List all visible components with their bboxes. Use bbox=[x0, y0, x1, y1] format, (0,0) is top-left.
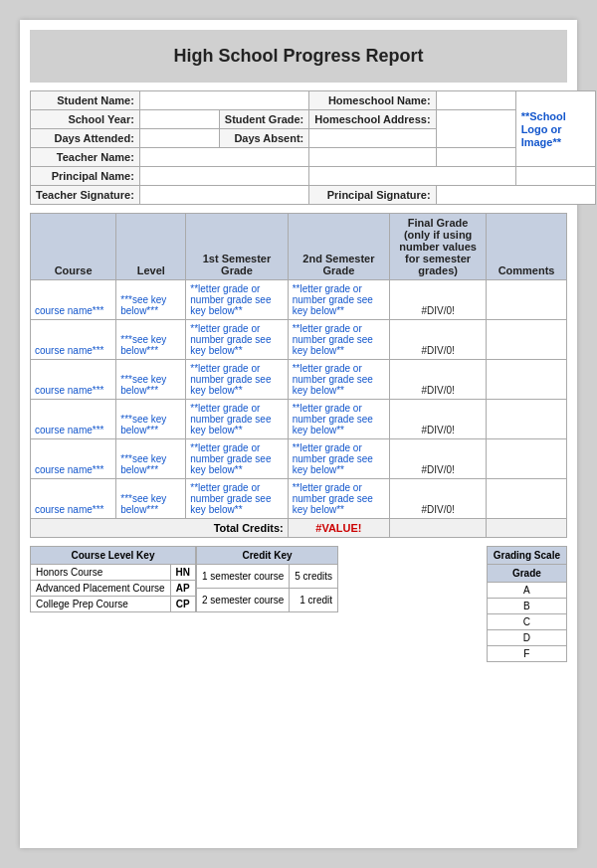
sem2-header: 2nd Semester Grade bbox=[288, 214, 389, 280]
credit-key-desc: 1 semester course bbox=[196, 565, 289, 589]
grading-scale-row: C bbox=[487, 614, 566, 630]
comments-cell bbox=[487, 280, 567, 320]
level-cell: ***see key below*** bbox=[116, 360, 186, 400]
empty-cell-3 bbox=[309, 167, 515, 186]
empty-cell-2 bbox=[436, 148, 515, 167]
grade-value: F bbox=[487, 646, 566, 662]
grade-row: course name*** ***see key below*** **let… bbox=[31, 360, 567, 400]
homeschool-address-label: Homeschool Address: bbox=[309, 110, 436, 129]
principal-name-value[interactable] bbox=[139, 167, 308, 186]
grading-scale-header: Grading Scale bbox=[487, 547, 566, 565]
sem2-cell: **letter grade or number grade see key b… bbox=[288, 400, 389, 439]
grade-value: C bbox=[487, 614, 566, 630]
grade-value: B bbox=[487, 599, 566, 614]
principal-name-label: Principal Name: bbox=[31, 167, 140, 186]
student-name-value[interactable] bbox=[139, 91, 308, 110]
grading-scale-row: B bbox=[487, 599, 566, 614]
grade-value: A bbox=[487, 583, 566, 599]
level-key-abbr: HN bbox=[170, 565, 195, 581]
credit-key-value: 1 credit bbox=[290, 589, 338, 612]
sem2-cell: **letter grade or number grade see key b… bbox=[288, 479, 389, 519]
comments-cell bbox=[487, 479, 567, 519]
credit-key-row: 1 semester course 5 credits bbox=[196, 565, 337, 589]
bottom-section: Course Level Key Honors Course HN Advanc… bbox=[30, 546, 567, 662]
teacher-sig-value[interactable] bbox=[139, 186, 308, 205]
sem1-cell: **letter grade or number grade see key b… bbox=[186, 439, 288, 479]
grade-row: course name*** ***see key below*** **let… bbox=[31, 400, 567, 439]
principal-sig-label: Principal Signature: bbox=[309, 186, 436, 205]
sem1-cell: **letter grade or number grade see key b… bbox=[186, 479, 288, 519]
sem1-cell: **letter grade or number grade see key b… bbox=[186, 320, 288, 360]
homeschool-address-value[interactable] bbox=[436, 110, 515, 148]
level-key-table: Course Level Key Honors Course HN Advanc… bbox=[30, 546, 196, 612]
sem1-header: 1st Semester Grade bbox=[186, 214, 288, 280]
total-empty-2 bbox=[487, 519, 567, 538]
page: High School Progress Report Student Name… bbox=[20, 20, 577, 848]
info-row-4: Teacher Name: bbox=[31, 148, 596, 167]
teacher-sig-label: Teacher Signature: bbox=[31, 186, 140, 205]
credit-key-table: Credit Key 1 semester course 5 credits 2… bbox=[196, 546, 338, 612]
level-key-row: College Prep Course CP bbox=[31, 597, 196, 612]
days-absent-label: Days Absent: bbox=[219, 129, 308, 148]
level-cell: ***see key below*** bbox=[116, 320, 186, 360]
sem1-cell: **letter grade or number grade see key b… bbox=[186, 360, 288, 400]
grades-table: Course Level 1st Semester Grade 2nd Seme… bbox=[30, 213, 567, 538]
course-name-cell: course name*** bbox=[31, 280, 116, 320]
teacher-name-label: Teacher Name: bbox=[31, 148, 140, 167]
total-credits-value: #VALUE! bbox=[288, 519, 389, 538]
level-key-abbr: AP bbox=[170, 581, 195, 597]
days-attended-label: Days Attended: bbox=[31, 129, 140, 148]
credit-key-row: 2 semester course 1 credit bbox=[196, 589, 337, 612]
teacher-name-value[interactable] bbox=[139, 148, 308, 167]
logo-cell: **School Logo or Image** bbox=[515, 91, 595, 167]
course-header: Course bbox=[31, 214, 116, 280]
info-table: Student Name: Homeschool Name: **School … bbox=[30, 90, 596, 205]
page-title: High School Progress Report bbox=[173, 46, 423, 66]
final-cell: #DIV/0! bbox=[390, 360, 487, 400]
level-key-name: College Prep Course bbox=[31, 597, 171, 612]
sem2-cell: **letter grade or number grade see key b… bbox=[288, 360, 389, 400]
grade-row: course name*** ***see key below*** **let… bbox=[31, 439, 567, 479]
level-header: Level bbox=[116, 214, 186, 280]
total-empty-1 bbox=[390, 519, 487, 538]
comments-cell bbox=[487, 320, 567, 360]
grade-value: D bbox=[487, 630, 566, 646]
total-credits-label: Total Credits: bbox=[31, 519, 289, 538]
days-absent-value[interactable] bbox=[309, 129, 436, 148]
homeschool-name-value[interactable] bbox=[436, 91, 515, 110]
grading-scale-table: Grading Scale Grade ABCDF bbox=[487, 546, 567, 662]
final-cell: #DIV/0! bbox=[390, 400, 487, 439]
grade-row: course name*** ***see key below*** **let… bbox=[31, 320, 567, 360]
level-cell: ***see key below*** bbox=[116, 400, 186, 439]
total-row: Total Credits: #VALUE! bbox=[31, 519, 567, 538]
grading-scale-row: A bbox=[487, 583, 566, 599]
sem1-cell: **letter grade or number grade see key b… bbox=[186, 400, 288, 439]
final-cell: #DIV/0! bbox=[390, 320, 487, 360]
comments-cell bbox=[487, 360, 567, 400]
school-year-label: School Year: bbox=[31, 110, 140, 129]
info-row-1: Student Name: Homeschool Name: **School … bbox=[31, 91, 596, 110]
sem2-cell: **letter grade or number grade see key b… bbox=[288, 280, 389, 320]
info-row-2: School Year: Student Grade: Homeschool A… bbox=[31, 110, 596, 129]
info-row-5: Principal Name: bbox=[31, 167, 596, 186]
level-cell: ***see key below*** bbox=[116, 280, 186, 320]
comments-header: Comments bbox=[487, 214, 567, 280]
final-cell: #DIV/0! bbox=[390, 280, 487, 320]
days-attended-value[interactable] bbox=[139, 129, 219, 148]
level-key-header: Course Level Key bbox=[31, 547, 196, 565]
info-row-6: Teacher Signature: Principal Signature: bbox=[31, 186, 596, 205]
title-box: High School Progress Report bbox=[30, 30, 567, 83]
level-key-row: Advanced Placement Course AP bbox=[31, 581, 196, 597]
final-cell: #DIV/0! bbox=[390, 479, 487, 519]
credit-key-value: 5 credits bbox=[290, 565, 338, 589]
school-year-value[interactable] bbox=[139, 110, 219, 129]
level-key-name: Advanced Placement Course bbox=[31, 581, 171, 597]
keys-left: Course Level Key Honors Course HN Advanc… bbox=[30, 546, 481, 612]
grading-scale-row: D bbox=[487, 630, 566, 646]
level-key-name: Honors Course bbox=[31, 565, 171, 581]
credit-key-desc: 2 semester course bbox=[196, 589, 289, 612]
level-cell: ***see key below*** bbox=[116, 479, 186, 519]
level-key-abbr: CP bbox=[170, 597, 195, 612]
principal-sig-value[interactable] bbox=[436, 186, 595, 205]
grading-scale-row: F bbox=[487, 646, 566, 662]
